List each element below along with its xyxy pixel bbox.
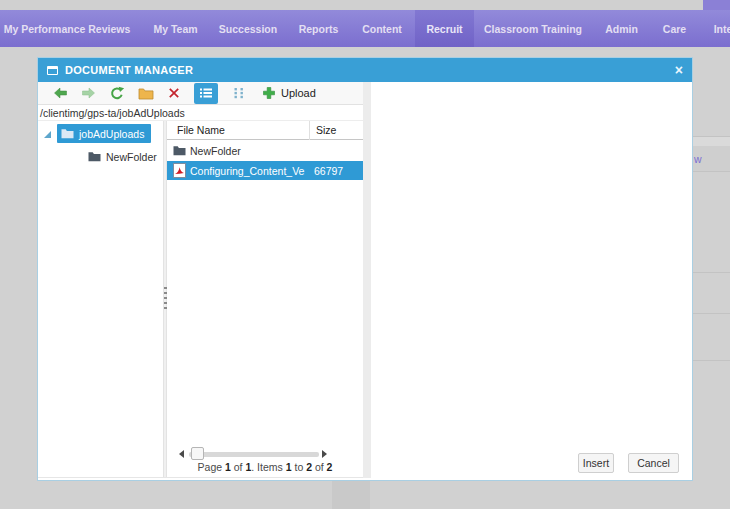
pager-status: Page 1 of 1. Items 1 to 2 of 2 xyxy=(167,461,363,473)
file-size: 66797 xyxy=(314,165,343,177)
cancel-button[interactable]: Cancel xyxy=(628,453,679,473)
scrollbar-thumb[interactable] xyxy=(191,447,204,460)
grid-header: File Name Size xyxy=(167,121,363,140)
folder-icon xyxy=(88,151,101,162)
forward-icon xyxy=(81,86,96,100)
main-nav: My Performance Reviews My Team Successio… xyxy=(0,10,730,47)
address-path[interactable]: /clientimg/gps-ta/jobAdUploads xyxy=(38,105,363,121)
file-name: Configuring_Content_Vendo xyxy=(190,165,305,177)
background-column-strip xyxy=(332,481,370,509)
back-icon xyxy=(53,86,68,100)
window-icon xyxy=(47,66,58,75)
file-row-pdf[interactable]: Configuring_Content_Vendo 66797 xyxy=(167,161,363,180)
top-strip-corner xyxy=(703,0,730,10)
column-file-name[interactable]: File Name xyxy=(177,124,225,136)
delete-button[interactable] xyxy=(167,86,181,100)
refresh-button[interactable] xyxy=(109,86,125,101)
new-folder-button[interactable] xyxy=(138,87,154,100)
nav-admin[interactable]: Admin xyxy=(603,10,640,47)
file-name: NewFolder xyxy=(190,145,305,157)
folder-icon xyxy=(173,145,186,156)
folder-icon xyxy=(61,128,74,139)
folder-tree: jobAdUploads NewFolder xyxy=(38,121,163,477)
list-view-button[interactable] xyxy=(194,83,218,104)
nav-classroom-training[interactable]: Classroom Training xyxy=(485,10,581,47)
column-size[interactable]: Size xyxy=(316,124,336,136)
background-row-divider xyxy=(693,272,730,273)
top-strip xyxy=(0,0,703,10)
nav-recruit[interactable]: Recruit xyxy=(415,10,474,47)
horizontal-scrollbar[interactable] xyxy=(167,447,363,461)
close-icon[interactable]: × xyxy=(675,63,683,77)
scrollbar-track[interactable] xyxy=(189,452,319,457)
refresh-icon xyxy=(109,86,125,101)
nav-inte-truncated[interactable]: Inte xyxy=(708,10,730,47)
file-grid: File Name Size NewFolder Configuring_Con… xyxy=(167,121,363,477)
scroll-left-icon[interactable] xyxy=(179,450,184,458)
tree-node-jobaduploads[interactable]: jobAdUploads xyxy=(57,124,151,143)
column-divider xyxy=(309,121,310,140)
background-table-row: w xyxy=(693,146,730,171)
dialog-titlebar[interactable]: DOCUMENT MANAGER × xyxy=(38,58,692,82)
nav-reports[interactable]: Reports xyxy=(296,10,341,47)
upload-button[interactable]: Upload xyxy=(262,86,316,100)
scroll-right-icon[interactable] xyxy=(322,450,327,458)
nav-my-performance-reviews[interactable]: My Performance Reviews xyxy=(4,10,130,47)
document-manager-dialog: DOCUMENT MANAGER × Upload /clientimg/gps… xyxy=(37,57,693,481)
toolbar: Upload xyxy=(38,82,363,105)
dialog-title: DOCUMENT MANAGER xyxy=(65,64,193,76)
background-row-divider xyxy=(693,313,730,314)
background-partial-link[interactable]: w xyxy=(694,153,702,165)
nav-succession[interactable]: Succession xyxy=(218,10,278,47)
explorer-panes: jobAdUploads NewFolder File Name Size Ne… xyxy=(38,121,363,478)
forward-button[interactable] xyxy=(81,86,96,100)
pane-splitter[interactable] xyxy=(363,82,371,478)
tree-node-label: NewFolder xyxy=(106,151,157,163)
grid-view-icon xyxy=(233,87,246,99)
background-table-row xyxy=(693,137,730,146)
nav-content[interactable]: Content xyxy=(358,10,406,47)
nav-my-team[interactable]: My Team xyxy=(148,10,203,47)
new-folder-icon xyxy=(138,87,154,100)
back-button[interactable] xyxy=(53,86,68,100)
plus-icon xyxy=(262,86,276,100)
insert-button[interactable]: Insert xyxy=(578,453,614,473)
file-row-newfolder[interactable]: NewFolder xyxy=(167,141,363,160)
tree-node-label: jobAdUploads xyxy=(79,128,144,140)
background-row-divider xyxy=(693,171,730,172)
preview-pane xyxy=(371,82,692,478)
pdf-icon xyxy=(173,163,186,178)
nav-care[interactable]: Care xyxy=(660,10,689,47)
delete-icon xyxy=(167,86,181,100)
list-view-icon xyxy=(199,87,213,99)
tree-node-newfolder[interactable]: NewFolder xyxy=(84,147,164,166)
tree-expand-icon[interactable] xyxy=(44,131,51,138)
grid-view-button[interactable] xyxy=(227,83,251,104)
background-row-divider xyxy=(693,360,730,361)
upload-label: Upload xyxy=(281,87,316,99)
